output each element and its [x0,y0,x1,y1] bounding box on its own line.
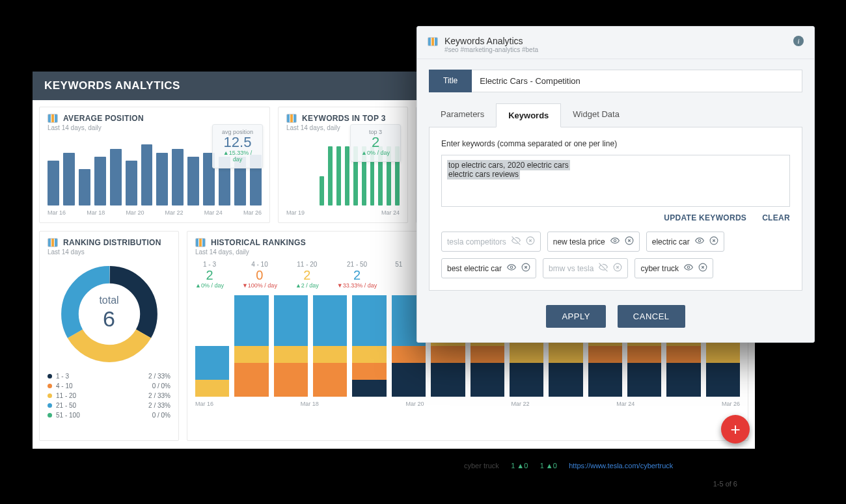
x-axis: Mar 19Mar 24 [286,209,400,216]
eye-icon[interactable] [610,236,620,247]
remove-icon[interactable] [521,263,530,274]
eye-off-icon[interactable] [599,263,608,274]
svg-point-9 [510,266,513,269]
apply-button[interactable]: APPLY [546,305,605,328]
svg-point-7 [698,239,701,242]
chip-label: cyber truck [640,264,679,273]
keywords-textarea[interactable]: top electric cars, 2020 electric cars el… [441,155,790,207]
eye-icon[interactable] [695,236,704,247]
eye-off-icon[interactable] [512,236,521,247]
keyword-chip[interactable]: electric car [646,232,724,252]
cancel-button[interactable]: CANCEL [618,305,685,328]
chart-icon [48,114,58,123]
widget-config-modal: Keywords Analytics #seo #marketing-analy… [416,26,815,343]
modal-title: Keywords Analytics [444,36,538,46]
keyword-chip-list: tesla competitors new tesla price electr… [441,232,790,278]
title-input[interactable] [472,70,802,92]
update-keywords-button[interactable]: UPDATE KEYWORDS [664,213,746,222]
svg-point-5 [614,239,616,242]
eye-icon[interactable] [684,263,693,274]
modal-tags: #seo #marketing-analytics #beta [444,46,538,53]
widget-title: AVERAGE POSITION [63,114,144,123]
title-label: Title [429,70,472,92]
widget-average-position[interactable]: AVERAGE POSITION Last 14 days, daily avg… [39,107,270,223]
keyword-chip[interactable]: tesla competitors [441,232,541,252]
tab-widget-data[interactable]: Widget Data [561,103,631,127]
keyword-chip[interactable]: best electric car [441,258,536,278]
metric-badge: avg position 12.5 ▲15.33% / day [212,124,263,168]
x-axis: Mar 16Mar 18Mar 20Mar 22Mar 24Mar 26 [195,401,740,407]
chip-label: bmw vs tesla [549,264,594,273]
metric-badge: top 3 2 ▲0% / day [350,124,401,162]
clear-button[interactable]: CLEAR [762,213,790,222]
x-axis: Mar 16Mar 18Mar 20Mar 22Mar 24Mar 26 [48,209,262,216]
chart-icon [286,114,297,123]
info-icon[interactable]: i [793,36,804,46]
chart-icon [195,238,206,247]
widget-title: HISTORICAL RANKINGS [211,238,306,247]
remove-icon[interactable] [613,263,622,274]
eye-icon[interactable] [507,263,516,274]
widget-subtitle: Last 14 days [48,248,171,256]
keyword-chip[interactable]: bmw vs tesla [543,258,628,278]
keyword-chip[interactable]: new tesla price [547,232,640,252]
pager: 1-5 of 6 [464,480,783,488]
add-button[interactable]: + [721,415,750,444]
keywords-hint: Enter keywords (comma separated or one p… [441,139,790,148]
widget-keywords-top3[interactable]: KEYWORDS IN TOP 3 Last 14 days, daily to… [278,107,408,223]
tab-parameters[interactable]: Parameters [429,103,496,127]
legend: 1 - 32 / 33%4 - 100 / 0%11 - 202 / 33%21… [48,371,171,420]
tab-bar: Parameters Keywords Widget Data [429,103,802,127]
remove-icon[interactable] [709,236,718,247]
remove-icon[interactable] [698,263,707,274]
tab-panel-keywords: Enter keywords (comma separated or one p… [429,127,802,291]
chart-icon [428,37,438,46]
plus-icon: + [730,419,740,440]
keyword-chip[interactable]: cyber truck [634,258,713,278]
chip-label: electric car [652,237,690,246]
chip-label: new tesla price [553,237,605,246]
table-row: cyber truck 1 ▲0 1 ▲0 https://www.tesla.… [464,462,783,488]
tab-keywords[interactable]: Keywords [496,103,561,127]
result-link[interactable]: https://www.tesla.com/cybertruck [569,462,673,470]
chart-icon [48,238,58,247]
widget-ranking-distribution[interactable]: RANKING DISTRIBUTION Last 14 days total … [39,231,179,441]
remove-icon[interactable] [526,236,535,247]
donut-center: total 6 [99,295,118,332]
svg-point-12 [687,266,690,269]
chip-label: best electric car [447,264,502,273]
chip-label: tesla competitors [447,237,506,246]
widget-title: RANKING DISTRIBUTION [63,238,161,247]
widget-title: KEYWORDS IN TOP 3 [302,114,386,123]
remove-icon[interactable] [625,236,634,247]
